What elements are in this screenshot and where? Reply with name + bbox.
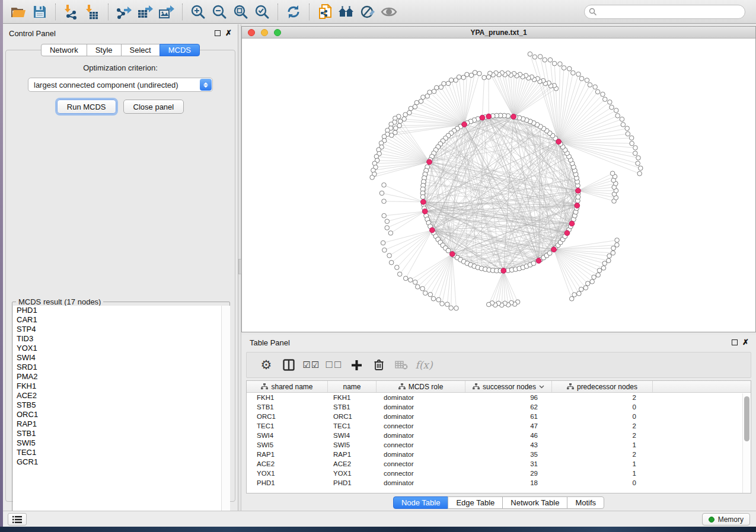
network-node[interactable] — [428, 292, 433, 297]
network-node[interactable] — [486, 302, 491, 307]
network-node[interactable] — [547, 251, 552, 255]
network-node[interactable] — [577, 291, 582, 296]
mcds-node[interactable] — [576, 188, 581, 193]
network-node[interactable] — [398, 119, 403, 124]
mcds-list-scrollbar[interactable] — [221, 306, 230, 519]
network-canvas[interactable] — [242, 39, 755, 332]
tab-network-table[interactable]: Network Table — [502, 496, 567, 509]
network-node[interactable] — [395, 265, 400, 270]
import-table-icon[interactable] — [82, 2, 103, 21]
network-node[interactable] — [588, 83, 592, 88]
mcds-result-item[interactable]: ORC1 — [13, 410, 230, 419]
table-row[interactable]: FKH1FKH1dominator962 — [247, 393, 751, 402]
network-node[interactable] — [610, 105, 614, 110]
float-table-panel-icon[interactable] — [732, 339, 738, 345]
float-panel-icon[interactable] — [215, 30, 221, 36]
mcds-result-item[interactable]: YOX1 — [13, 344, 230, 353]
network-node[interactable] — [436, 297, 441, 302]
network-node[interactable] — [477, 71, 482, 76]
show-all-icon[interactable] — [378, 2, 400, 21]
show-hide-columns-icon[interactable] — [277, 355, 300, 375]
network-node[interactable] — [569, 296, 574, 301]
network-node[interactable] — [469, 73, 474, 78]
network-node[interactable] — [382, 248, 387, 252]
add-column-icon[interactable] — [345, 355, 368, 375]
network-node[interactable] — [595, 89, 600, 94]
network-node[interactable] — [390, 133, 394, 138]
table-row[interactable]: RAP1RAP1dominator352 — [247, 450, 751, 459]
task-history-button[interactable] — [8, 513, 27, 525]
network-node[interactable] — [614, 108, 618, 113]
mcds-result-item[interactable]: CAR1 — [13, 315, 230, 325]
network-node[interactable] — [370, 175, 375, 180]
network-node[interactable] — [440, 302, 445, 306]
table-row[interactable]: SWI5SWI5connector431 — [247, 440, 751, 450]
hide-selected-icon[interactable] — [357, 2, 378, 21]
network-node[interactable] — [583, 286, 588, 290]
table-row[interactable]: SWI4SWI4dominator462 — [247, 431, 751, 440]
mcds-result-item[interactable]: STB1 — [13, 429, 230, 438]
mcds-result-item[interactable]: STB5 — [13, 400, 230, 410]
network-node[interactable] — [558, 62, 563, 66]
network-node[interactable] — [532, 55, 537, 59]
table-row[interactable]: YOX1YOX1connector291 — [247, 469, 751, 478]
network-node[interactable] — [611, 251, 615, 255]
network-node[interactable] — [633, 151, 637, 156]
network-node[interactable] — [486, 75, 491, 79]
network-node[interactable] — [607, 258, 611, 263]
mcds-result-item[interactable]: RAP1 — [13, 419, 230, 429]
network-node[interactable] — [420, 286, 425, 291]
network-window-titlebar[interactable]: YPA_prune.txt_1 — [242, 27, 755, 39]
mcds-result-item[interactable]: TEC1 — [13, 448, 230, 457]
zoom-selected-icon[interactable] — [251, 2, 273, 21]
network-node[interactable] — [413, 280, 417, 285]
column-header-name[interactable]: name — [328, 381, 377, 392]
mcds-result-item[interactable]: PMA2 — [13, 372, 230, 382]
network-node[interactable] — [461, 75, 466, 80]
tab-select[interactable]: Select — [121, 44, 160, 56]
network-node[interactable] — [389, 260, 394, 265]
network-node[interactable] — [454, 306, 459, 310]
network-node[interactable] — [572, 293, 577, 297]
network-node[interactable] — [610, 171, 615, 176]
network-node[interactable] — [528, 52, 532, 56]
network-node[interactable] — [602, 97, 607, 102]
tab-mcds[interactable]: MCDS — [160, 44, 200, 56]
delete-table-icon[interactable] — [390, 355, 413, 375]
mcds-node[interactable] — [569, 221, 575, 226]
mcds-node[interactable] — [480, 115, 485, 120]
network-node[interactable] — [620, 117, 624, 121]
network-node[interactable] — [385, 219, 390, 224]
network-node[interactable] — [602, 261, 607, 266]
mcds-result-item[interactable]: PHD1 — [13, 306, 230, 315]
import-network-icon[interactable] — [60, 2, 82, 21]
network-node[interactable] — [562, 66, 566, 70]
mcds-result-item[interactable]: TID3 — [13, 334, 230, 344]
network-node[interactable] — [425, 94, 430, 98]
network-node[interactable] — [409, 106, 413, 111]
table-scrollbar-thumb[interactable] — [744, 396, 749, 441]
network-node[interactable] — [445, 302, 450, 307]
network-node[interactable] — [607, 254, 612, 258]
network-node[interactable] — [638, 166, 643, 171]
network-node[interactable] — [630, 141, 634, 146]
network-node[interactable] — [597, 268, 602, 273]
function-builder-icon[interactable]: f(x) — [413, 355, 435, 375]
column-header-MCDS-role[interactable]: MCDS role — [377, 381, 465, 392]
network-node[interactable] — [414, 100, 419, 105]
network-node[interactable] — [454, 78, 458, 83]
network-node[interactable] — [394, 126, 398, 130]
mcds-node[interactable] — [486, 114, 492, 119]
close-panel-button[interactable]: Close panel — [123, 100, 184, 114]
column-header-shared-name[interactable]: shared name — [247, 381, 328, 392]
export-network-icon[interactable] — [113, 2, 135, 21]
network-node[interactable] — [397, 272, 402, 277]
mcds-result-item[interactable]: SWI5 — [13, 438, 230, 448]
network-node[interactable] — [585, 281, 590, 286]
mcds-node[interactable] — [449, 251, 455, 257]
network-node[interactable] — [446, 248, 451, 253]
mcds-node[interactable] — [575, 203, 580, 209]
network-node[interactable] — [625, 126, 630, 131]
mcds-result-item[interactable]: SWI4 — [13, 353, 230, 363]
mcds-node[interactable] — [536, 258, 541, 264]
